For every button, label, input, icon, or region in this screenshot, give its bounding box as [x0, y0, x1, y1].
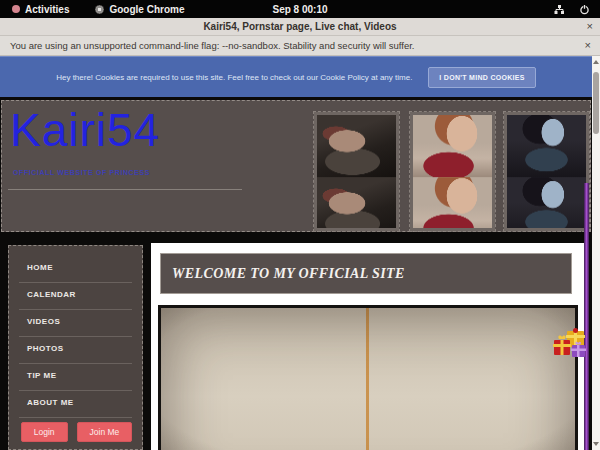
header-divider	[8, 189, 242, 190]
clock[interactable]: Sep 8 00:10	[0, 4, 600, 15]
site-header: Kairi54 OFFICIALL WEBSITE OF PRINCESS	[1, 100, 591, 232]
login-button[interactable]: Login	[21, 422, 68, 442]
header-thumbnail-red-lingerie[interactable]	[410, 112, 495, 231]
power-icon[interactable]	[579, 4, 590, 15]
screen: Activities Google Chrome Sep 8 00:10	[0, 0, 600, 450]
gift-boxes-icon[interactable]	[551, 327, 592, 365]
infobar-close-icon[interactable]: ×	[585, 39, 591, 51]
join-button[interactable]: Join Me	[77, 422, 133, 442]
window-close-icon[interactable]: ×	[587, 20, 593, 32]
system-top-bar: Activities Google Chrome Sep 8 00:10	[0, 0, 600, 18]
sidebar-item-about-me[interactable]: ABOUT ME	[19, 391, 132, 418]
sidebar-item-tip-me[interactable]: TIP ME	[19, 364, 132, 391]
cookie-message: Hey there! Cookies are required to use t…	[56, 73, 412, 82]
header-thumbnail-bedroom[interactable]	[314, 112, 399, 231]
main-content: WELCOME TO MY OFFICIAL SITE	[151, 243, 585, 450]
page-edge-decoration	[584, 183, 589, 450]
scroll-down-icon[interactable]	[593, 442, 599, 446]
cookie-accept-button[interactable]: I DON'T MIND COOKIES	[428, 67, 535, 88]
scroll-up-icon[interactable]	[593, 60, 599, 64]
window-titlebar: Kairi54, Pornstar page, Live chat, Video…	[0, 18, 600, 36]
sidebar-item-photos[interactable]: PHOTOS	[19, 337, 132, 364]
page-viewport: Hey there! Cookies are required to use t…	[0, 56, 600, 450]
sidebar-nav: HOME CALENDAR VIDEOS PHOTOS TIP ME ABOUT…	[8, 245, 143, 450]
infobar-message: You are using an unsupported command-lin…	[10, 40, 415, 51]
site-title[interactable]: Kairi54	[10, 103, 160, 157]
sidebar-item-home[interactable]: HOME	[19, 256, 132, 283]
window-title: Kairi54, Pornstar page, Live chat, Video…	[203, 21, 396, 32]
scrollbar-thumb[interactable]	[593, 72, 599, 134]
welcome-heading: WELCOME TO MY OFFICIAL SITE	[160, 253, 572, 294]
main-photo	[158, 305, 578, 450]
chrome-infobar: You are using an unsupported command-lin…	[0, 36, 600, 56]
page-scrollbar[interactable]	[592, 56, 600, 450]
cookie-notice-bar: Hey there! Cookies are required to use t…	[0, 56, 592, 97]
header-thumbnail-blue-tint[interactable]	[504, 112, 589, 231]
sidebar-item-calendar[interactable]: CALENDAR	[19, 283, 132, 310]
network-tree-icon[interactable]	[554, 4, 565, 15]
sidebar-item-videos[interactable]: VIDEOS	[19, 310, 132, 337]
site-tagline: OFFICIALL WEBSITE OF PRINCESS	[13, 169, 150, 176]
